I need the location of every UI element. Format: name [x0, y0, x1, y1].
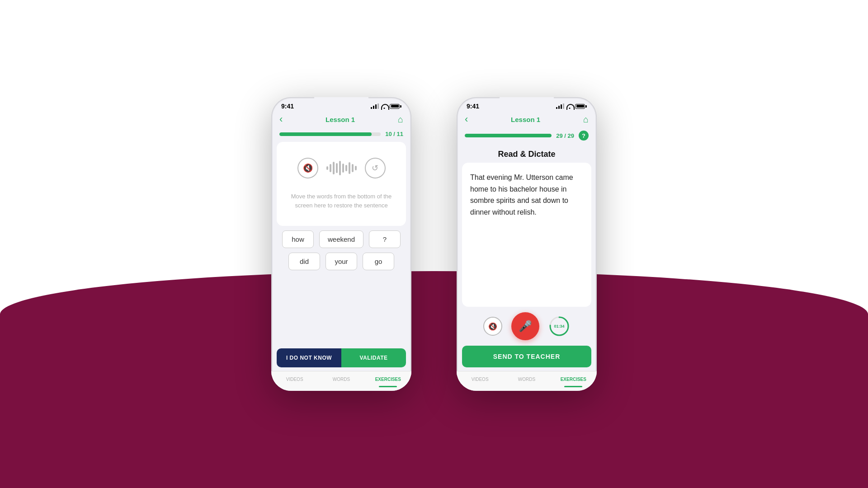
lesson-title-1: Lesson 1 [326, 116, 355, 123]
tab-words-2[interactable]: WORDS [503, 375, 550, 384]
word-tile-question[interactable]: ? [369, 230, 401, 248]
phone-notch-2 [500, 97, 554, 107]
word-row-1: how weekend ? [278, 230, 404, 248]
lesson-title-2: Lesson 1 [511, 116, 540, 123]
nav-bar-1: ‹ Lesson 1 ⌂ [271, 112, 411, 129]
signal-icon-1 [371, 103, 379, 109]
progress-text-2: 29 / 29 [556, 132, 574, 139]
home-button-1[interactable]: ⌂ [398, 114, 403, 125]
exercise-area-1: 🔇 ↺ Move the words from the bottom of th… [277, 142, 406, 226]
progress-bar-1: 10 / 11 [271, 129, 411, 142]
phone-2: 9:41 ‹ Lesson 1 ⌂ [457, 97, 597, 391]
word-row-2: did your go [278, 253, 404, 270]
status-time-2: 9:41 [467, 103, 479, 110]
section-title: Read & Dictate [457, 145, 597, 163]
phone-1: 9:41 ‹ Lesson 1 ⌂ [271, 97, 411, 391]
word-tiles-area: how weekend ? did your go [271, 226, 411, 279]
waveform-1 [326, 159, 357, 177]
timer-text: 01:34 [554, 324, 564, 328]
progress-track-2 [465, 134, 552, 137]
status-icons-1 [371, 103, 401, 109]
back-button-2[interactable]: ‹ [465, 113, 468, 125]
microphone-button[interactable]: 🎤 [511, 312, 539, 340]
progress-track-1 [279, 132, 381, 136]
record-controls: 🔇 🎤 01:34 [457, 307, 597, 344]
speaker-button-2[interactable]: 🔇 [483, 317, 502, 336]
progress-fill-2 [465, 134, 552, 137]
tab-exercises-1[interactable]: EXERCISES [365, 375, 411, 384]
progress-bar-2: 29 / 29 ? [457, 129, 597, 145]
tab-exercises-2[interactable]: EXERCISES [550, 375, 597, 384]
battery-icon-1 [390, 104, 401, 109]
signal-icon-2 [556, 103, 564, 109]
back-button-1[interactable]: ‹ [279, 113, 283, 125]
progress-text-1: 10 / 11 [385, 131, 403, 137]
repeat-button-1[interactable]: ↺ [365, 158, 386, 178]
phone-notch-1 [314, 97, 368, 107]
home-button-2[interactable]: ⌂ [583, 114, 589, 125]
passage-area: That evening Mr. Utterson came home to h… [462, 163, 591, 307]
dont-know-button[interactable]: I DO NOT KNOW [277, 348, 341, 367]
volume-button-1[interactable]: 🔇 [297, 158, 318, 178]
tab-bar-2: VIDEOS WORDS EXERCISES [457, 371, 597, 391]
phones-container: 9:41 ‹ Lesson 1 ⌂ [0, 0, 868, 488]
nav-bar-2: ‹ Lesson 1 ⌂ [457, 112, 597, 129]
timer-ring: 01:34 [548, 315, 570, 337]
question-mark-badge[interactable]: ? [579, 131, 589, 141]
word-tile-go[interactable]: go [363, 253, 394, 270]
status-time-1: 9:41 [281, 103, 294, 110]
wifi-icon-2 [566, 104, 573, 109]
send-to-teacher-button[interactable]: SEND TO TEACHER [462, 346, 591, 367]
audio-controls-1: 🔇 ↺ [297, 158, 386, 178]
tab-words-1[interactable]: WORDS [318, 375, 364, 384]
status-icons-2 [556, 103, 587, 109]
tab-bar-1: VIDEOS WORDS EXERCISES [271, 371, 411, 391]
word-tile-your[interactable]: your [326, 253, 357, 270]
passage-text: That evening Mr. Utterson came home to h… [470, 174, 573, 216]
instruction-text-1: Move the words from the bottom of the sc… [286, 192, 397, 210]
word-tile-weekend[interactable]: weekend [319, 230, 363, 248]
bottom-buttons-1: I DO NOT KNOW VALIDATE [277, 348, 406, 367]
tab-videos-1[interactable]: VIDEOS [271, 375, 318, 384]
wifi-icon-1 [381, 104, 387, 109]
word-tile-did[interactable]: did [288, 253, 320, 270]
progress-fill-1 [279, 132, 372, 136]
word-tile-how[interactable]: how [282, 230, 314, 248]
validate-button[interactable]: VALIDATE [341, 348, 406, 367]
tab-videos-2[interactable]: VIDEOS [457, 375, 503, 384]
battery-icon-2 [575, 104, 587, 109]
